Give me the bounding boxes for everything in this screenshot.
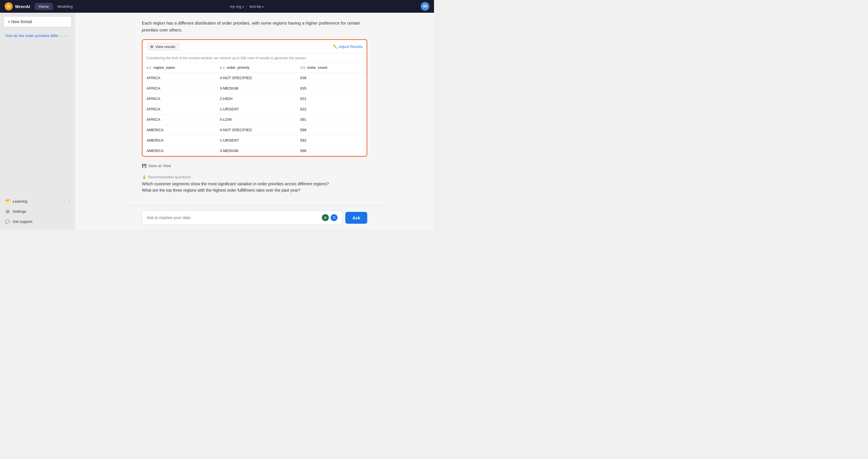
settings-icon: ⚙️ [5, 209, 10, 214]
recommended-section: 💡 Recommended questions Which customer s… [142, 175, 367, 192]
sidebar-bottom: 🗂️ Learning › ⚙️ Settings 💬 Get support [3, 197, 72, 226]
cell-region: AFRICA [143, 73, 216, 83]
learning-chevron-icon: › [69, 199, 70, 204]
results-header: ⊞ View results ✏️ Adjust Results [143, 40, 367, 54]
cell-priority: 1-URGENT [216, 104, 296, 115]
bulb-icon: 💡 [142, 175, 147, 179]
org-chevron-icon [242, 4, 244, 9]
main-layout: + New thread How do the order priorities… [0, 13, 434, 230]
logo-text: WrenAI [15, 4, 30, 9]
col-count-label: order_count [307, 66, 328, 70]
ask-button[interactable]: Ask [345, 212, 367, 224]
cell-priority: 2-HIGH [216, 94, 296, 104]
logo-icon: W [5, 2, 13, 10]
sidebar: + New thread How do the order priorities… [0, 13, 75, 230]
col-region-label: region_name [153, 66, 175, 70]
project-selector[interactable]: test-bq [250, 4, 264, 9]
table-body: AFRICA 4-NOT SPECIFIED 636 AFRICA 3-MEDI… [143, 73, 367, 156]
avatar[interactable]: WI [421, 2, 429, 11]
table-row: AFRICA 2-HIGH 631 [143, 94, 367, 104]
logo: W WrenAI [5, 2, 30, 10]
table-row: AMERICA 3-MEDIUM 586 [143, 146, 367, 156]
col-icon-az: A-Z [147, 66, 151, 69]
ask-input[interactable] [147, 215, 319, 220]
cell-count: 598 [296, 125, 367, 135]
org-selector[interactable]: my org [230, 4, 244, 9]
save-as-view-button[interactable]: 💾 Save as View [142, 161, 171, 170]
view-results-button[interactable]: ⊞ View results [147, 43, 179, 51]
cell-priority: 1-URGENT [216, 135, 296, 146]
settings-item[interactable]: ⚙️ Settings [3, 207, 72, 216]
cell-region: AFRICA [143, 115, 216, 125]
table-row: AFRICA 1-URGENT 622 [143, 104, 367, 115]
org-label: my org [230, 4, 241, 9]
table-container: A-Z region_name A-Z order_priority 123 o… [143, 63, 367, 156]
thread-text: How do the order priorities differ ... [5, 33, 63, 38]
thread-item[interactable]: How do the order priorities differ ... ⋯ [3, 31, 72, 41]
context-icon-button[interactable]: ⊕ [322, 214, 329, 221]
new-thread-button[interactable]: + New thread [3, 16, 72, 27]
adjust-results-button[interactable]: ✏️ Adjust Results [333, 44, 363, 49]
cell-priority: 3-MEDIUM [216, 83, 296, 94]
cell-count: 622 [296, 104, 367, 115]
table-row: AMERICA 4-NOT SPECIFIED 598 [143, 125, 367, 135]
intro-text: Each region has a different distribution… [142, 20, 367, 33]
cell-region: AFRICA [143, 83, 216, 94]
cell-region: AFRICA [143, 94, 216, 104]
cell-priority: 4-NOT SPECIFIED [216, 125, 296, 135]
home-nav-button[interactable]: Home [35, 3, 53, 10]
cell-region: AFRICA [143, 104, 216, 115]
recommended-label: 💡 Recommended questions [142, 175, 367, 179]
get-support-item[interactable]: 💬 Get support [3, 217, 72, 226]
ai-icon-button[interactable]: G [331, 214, 338, 221]
col-region-name: A-Z region_name [143, 63, 216, 73]
col-icon-az2: A-Z [220, 66, 225, 69]
cell-count: 586 [296, 146, 367, 156]
org-separator: / [246, 4, 247, 9]
cell-count: 631 [296, 94, 367, 104]
main-content: Each region has a different distribution… [75, 13, 434, 230]
recommended-question-1[interactable]: Which customer segments show the most si… [142, 182, 367, 186]
table-header-row: A-Z region_name A-Z order_priority 123 o… [143, 63, 367, 73]
content-area: Each region has a different distribution… [125, 13, 384, 206]
project-label: test-bq [250, 4, 261, 9]
cell-priority: 3-MEDIUM [216, 146, 296, 156]
project-chevron-icon [262, 4, 264, 9]
support-label: Get support [13, 219, 32, 224]
context-note: Considering the limit of the context win… [143, 54, 367, 63]
edit-icon: ✏️ [333, 44, 338, 49]
cell-count: 635 [296, 83, 367, 94]
table-row: AFRICA 3-MEDIUM 635 [143, 83, 367, 94]
learning-item[interactable]: 🗂️ Learning › [3, 197, 72, 206]
col-order-count: 123 order_count [296, 63, 367, 73]
recommended-label-text: Recommended questions [148, 175, 191, 179]
support-icon: 💬 [5, 219, 10, 224]
thread-more-icon[interactable]: ⋯ [63, 33, 70, 38]
ask-input-container: ⊕ G [142, 210, 342, 225]
cell-region: AMERICA [143, 146, 216, 156]
recommended-question-2[interactable]: What are the top three regions with the … [142, 188, 367, 192]
results-table: A-Z region_name A-Z order_priority 123 o… [143, 63, 367, 156]
col-priority-label: order_priority [227, 66, 250, 70]
save-view-label: Save as View [148, 163, 171, 168]
learning-icon: 🗂️ [5, 199, 10, 204]
view-results-label: View results [155, 44, 176, 49]
cell-region: AMERICA [143, 125, 216, 135]
cell-priority: 4-NOT SPECIFIED [216, 73, 296, 83]
table-header: A-Z region_name A-Z order_priority 123 o… [143, 63, 367, 73]
cell-count: 592 [296, 135, 367, 146]
cell-count: 591 [296, 115, 367, 125]
nav-center: my org / test-bq [78, 4, 416, 9]
bottom-bar: ⊕ G Ask [125, 206, 384, 230]
results-card: ⊞ View results ✏️ Adjust Results Conside… [142, 39, 367, 157]
save-icon: 💾 [142, 163, 147, 168]
settings-label: Settings [13, 209, 26, 214]
col-order-priority: A-Z order_priority [216, 63, 296, 73]
learning-label: Learning [13, 199, 27, 204]
table-row: AMERICA 1-URGENT 592 [143, 135, 367, 146]
cell-priority: 5-LOW [216, 115, 296, 125]
modeling-nav-button[interactable]: Modeling [58, 4, 73, 9]
cell-region: AMERICA [143, 135, 216, 146]
adjust-results-label: Adjust Results [339, 44, 363, 49]
table-icon: ⊞ [150, 44, 153, 49]
